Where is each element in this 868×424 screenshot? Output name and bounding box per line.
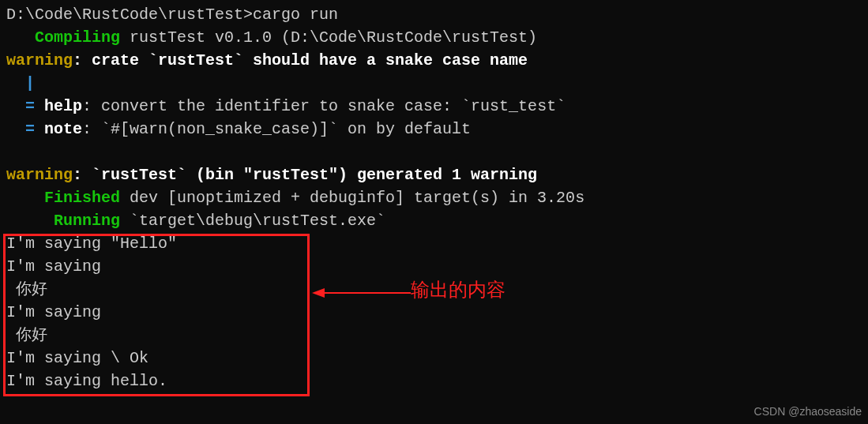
output-line-2: I'm saying — [6, 255, 862, 278]
note-prefix: = — [6, 120, 44, 138]
running-label: Running — [6, 212, 120, 230]
output-line-3: 你好 — [6, 278, 862, 301]
finished-label: Finished — [6, 189, 120, 207]
help-text: : convert the identifier to snake case: … — [82, 97, 566, 115]
help-prefix: = — [6, 97, 44, 115]
note-text: : `#[warn(non_snake_case)]` on by defaul… — [82, 120, 471, 138]
help-label: help — [44, 97, 82, 115]
output-line-7: I'm saying hello. — [6, 370, 862, 392]
prompt-text: D:\Code\RustCode\rustTest>cargo run — [6, 6, 338, 24]
pipe-indent: | — [6, 74, 35, 92]
running-text: `target\debug\rustTest.exe` — [120, 212, 385, 230]
terminal-output: D:\Code\RustCode\rustTest>cargo run Comp… — [6, 3, 862, 392]
finished-line: Finished dev [unoptimized + debuginfo] t… — [6, 186, 862, 209]
output-line-4: I'm saying — [6, 301, 862, 324]
help-line: = help: convert the identifier to snake … — [6, 95, 862, 118]
warning-line-1: warning: crate `rustTest` should have a … — [6, 49, 862, 72]
output-line-5: 你好 — [6, 324, 862, 347]
warning-line-2: warning: `rustTest` (bin "rustTest") gen… — [6, 163, 862, 186]
output-line-6: I'm saying \ Ok — [6, 347, 862, 370]
note-line: = note: `#[warn(non_snake_case)]` on by … — [6, 118, 862, 141]
watermark-text: CSDN @zhaoseaside — [754, 403, 862, 419]
warning-label: warning — [6, 166, 73, 184]
warning-text: : crate `rustTest` should have a snake c… — [73, 51, 528, 69]
prompt-line: D:\Code\RustCode\rustTest>cargo run — [6, 3, 862, 26]
output-line-1: I'm saying "Hello" — [6, 232, 862, 255]
compiling-text: rustTest v0.1.0 (D:\Code\RustCode\rustTe… — [120, 28, 537, 47]
note-label: note — [44, 120, 82, 138]
finished-text: dev [unoptimized + debuginfo] target(s) … — [120, 189, 584, 207]
pipe-line: | — [6, 72, 862, 95]
blank-line — [6, 141, 862, 163]
compiling-line: Compiling rustTest v0.1.0 (D:\Code\RustC… — [6, 26, 862, 49]
warning-text: : `rustTest` (bin "rustTest") generated … — [73, 166, 537, 184]
warning-label: warning — [6, 51, 73, 69]
compiling-label: Compiling — [6, 28, 120, 47]
running-line: Running `target\debug\rustTest.exe` — [6, 209, 862, 232]
